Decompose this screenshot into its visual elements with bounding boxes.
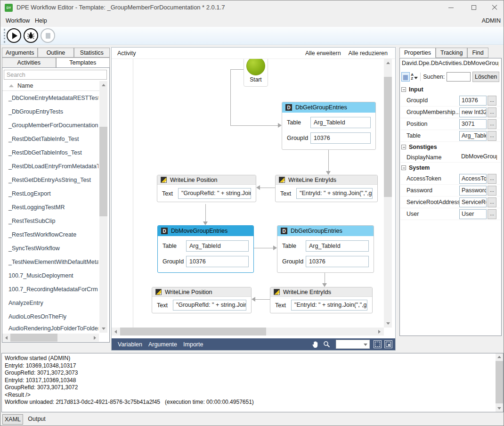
property-value-input[interactable]: Arg_TableId [459, 131, 487, 141]
stop-button[interactable] [41, 28, 55, 43]
minimize-button[interactable] [441, 0, 461, 15]
template-list-item[interactable]: _GroupMemberForDocumentation [2, 119, 98, 132]
maximize-button[interactable] [464, 0, 484, 15]
template-list-header[interactable]: Name [2, 81, 99, 91]
field-input[interactable]: "GroupRefId: " + string.Join("," [178, 188, 251, 199]
scrollbar-thumb[interactable] [384, 77, 392, 197]
collapse-icon[interactable] [401, 145, 406, 149]
pan-button[interactable] [310, 340, 320, 349]
template-list-item[interactable]: _RestDbGetTableInfo_Test [2, 132, 98, 146]
template-list-item[interactable]: 100.7_RecordingMetadataForCrm [2, 283, 98, 296]
template-list-item[interactable]: _RestDbGetTableInfos_Test [2, 146, 98, 160]
scroll-right-button[interactable] [91, 334, 99, 342]
template-list-item[interactable]: _SyncTestWorkflow [2, 242, 98, 255]
ellipsis-button[interactable]: ... [488, 174, 496, 184]
scroll-down-button[interactable] [496, 405, 503, 412]
tab-xaml[interactable]: XAML [2, 414, 23, 425]
category-system[interactable]: System [400, 163, 501, 173]
zoom-level-select[interactable] [336, 340, 370, 349]
template-list-item[interactable]: _RestTestSubClip [2, 214, 98, 228]
workflow-canvas[interactable]: Start D DbGetGroupEntries Table Arg_Tabl… [112, 59, 384, 328]
ellipsis-button[interactable]: ... [488, 131, 496, 141]
property-value-input[interactable]: AccessToken [459, 174, 487, 184]
tab-templates[interactable]: Templates [56, 57, 110, 68]
tab-tracking[interactable]: Tracking [436, 48, 467, 58]
tab-find[interactable]: Find [467, 48, 488, 58]
field-input[interactable]: 10376 [310, 132, 371, 144]
tab-activities[interactable]: Activities [2, 57, 56, 68]
collapse-all-link[interactable]: Alle reduzieren [349, 50, 388, 57]
field-input[interactable]: 10376 [186, 256, 249, 267]
field-input[interactable]: "GroupRefId: " + string.Join("," [173, 300, 246, 311]
scroll-up-button[interactable] [99, 81, 107, 89]
scroll-down-button[interactable] [384, 320, 392, 328]
scroll-up-button[interactable] [384, 59, 392, 67]
toolbar-grip[interactable] [4, 29, 5, 43]
ellipsis-button[interactable]: ... [488, 209, 496, 219]
field-input[interactable]: 10376 [306, 256, 369, 267]
properties-search-input[interactable] [447, 72, 471, 82]
canvas-horizontal-scrollbar[interactable] [112, 328, 384, 336]
tab-outline[interactable]: Outline [38, 48, 73, 57]
activity-node-dbmovegroupentries[interactable]: D DbMoveGroupEntries Table Arg_TableId G… [157, 225, 254, 273]
field-input[interactable]: Arg_TableId [310, 117, 371, 128]
scrollbar-thumb[interactable] [120, 328, 266, 336]
property-value-input[interactable]: Password [459, 186, 487, 196]
activity-node-dbgetgroupentries[interactable]: D DbGetGroupEntries Table Arg_TableId Gr… [282, 102, 376, 150]
activity-node-writeline-position[interactable]: WriteLine Position Text "GroupRefId: " +… [157, 175, 256, 202]
output-vertical-scrollbar[interactable] [496, 353, 503, 412]
ellipsis-button[interactable]: ... [488, 197, 496, 207]
category-sonstiges[interactable]: Sonstiges [400, 142, 501, 152]
template-list-item[interactable]: _RestTestWorkflowCreate [2, 228, 98, 242]
field-input[interactable]: "EntryId: " + string.Join(",",g.S [291, 300, 367, 311]
template-list-item[interactable]: 100.7_MusicDeployment [2, 269, 98, 283]
sort-alphabetical-button[interactable]: A Z [410, 72, 419, 82]
template-list-item[interactable]: AudioLoResOnTheFly [2, 310, 98, 324]
template-list-horizontal-scrollbar[interactable] [2, 334, 99, 342]
scroll-down-button[interactable] [99, 325, 107, 333]
zoom-button[interactable] [322, 340, 331, 349]
tab-output[interactable]: Output [25, 414, 49, 425]
template-list-item[interactable]: _DbCloneEntryMetadataRESTTest [2, 91, 98, 105]
close-button[interactable] [485, 0, 504, 15]
clear-search-button[interactable]: Löschen [472, 72, 499, 82]
scroll-up-button[interactable] [496, 353, 503, 360]
ellipsis-button[interactable]: ... [488, 96, 496, 106]
expand-all-link[interactable]: Alle erweitern [305, 50, 341, 57]
activity-node-dbgetgroupentries[interactable]: D DbGetGroupEntries Table Arg_TableId Gr… [277, 225, 374, 273]
fit-to-screen-button[interactable] [374, 340, 382, 348]
canvas-vertical-scrollbar[interactable] [384, 59, 392, 328]
variables-button[interactable]: Variablen [118, 341, 142, 348]
template-list-item[interactable]: _RestLogExport [2, 187, 98, 201]
overview-button[interactable] [384, 340, 392, 348]
ellipsis-button[interactable]: ... [488, 119, 496, 129]
template-list-item[interactable]: AnalyzeEntry [2, 296, 98, 310]
menu-help[interactable]: Help [31, 15, 51, 27]
template-search-input[interactable] [4, 70, 107, 80]
scrollbar-thumb[interactable] [99, 127, 107, 216]
designer-breadcrumb[interactable]: Activity [117, 50, 136, 57]
collapse-icon[interactable] [401, 165, 406, 170]
template-list-item[interactable]: _RestLoggingTestMR [2, 201, 98, 214]
tab-statistics[interactable]: Statistics [74, 48, 110, 57]
debug-button[interactable] [24, 28, 38, 43]
property-value-input[interactable]: ServiceRootAddress [459, 197, 487, 207]
scroll-left-button[interactable] [112, 328, 120, 336]
property-value-input[interactable]: new Int32(){} [459, 107, 487, 117]
categorized-view-button[interactable]: ▦ [401, 72, 410, 82]
collapse-icon[interactable] [401, 87, 406, 92]
category-input[interactable]: Input [400, 84, 501, 95]
template-list-vertical-scrollbar[interactable] [99, 81, 107, 333]
template-list-item[interactable]: _RestGetDbEntryAsString_Test [2, 173, 98, 187]
ellipsis-button[interactable]: ... [488, 107, 496, 117]
property-value-input[interactable]: 3071 [459, 119, 487, 129]
scroll-left-button[interactable] [2, 334, 10, 342]
field-input[interactable]: Arg_TableId [186, 240, 249, 252]
arguments-button[interactable]: Argumente [148, 341, 177, 348]
property-value-input[interactable]: User [459, 209, 487, 219]
menu-workflow[interactable]: Workflow [1, 15, 34, 27]
template-list-item[interactable]: _DbGroupEntryTests [2, 105, 98, 119]
output-log[interactable]: Workflow started (ADMIN) EntryId: 10369,… [1, 353, 504, 412]
template-list-item[interactable]: _RestDbLoadEntryFromMetadataTest [2, 160, 98, 173]
tab-arguments[interactable]: Arguments [2, 48, 38, 57]
